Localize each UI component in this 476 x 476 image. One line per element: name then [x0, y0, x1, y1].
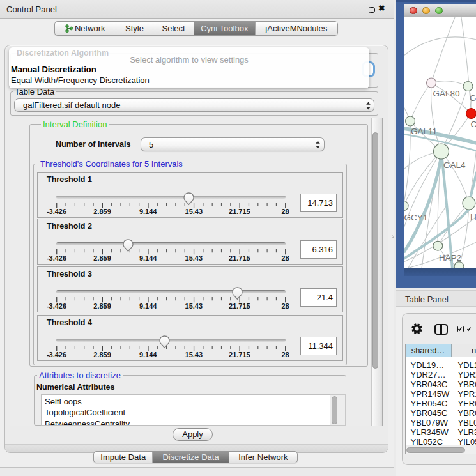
svg-text:GA: GA — [470, 93, 476, 103]
svg-text:GAL4: GAL4 — [443, 160, 466, 170]
svg-text:GAL11: GAL11 — [411, 127, 437, 136]
svg-text:H: H — [470, 212, 476, 222]
svg-text:GAL80: GAL80 — [433, 89, 459, 98]
svg-text:C: C — [470, 119, 476, 129]
svg-text:GCY1: GCY1 — [404, 213, 427, 222]
svg-text:HAP2: HAP2 — [439, 253, 461, 263]
